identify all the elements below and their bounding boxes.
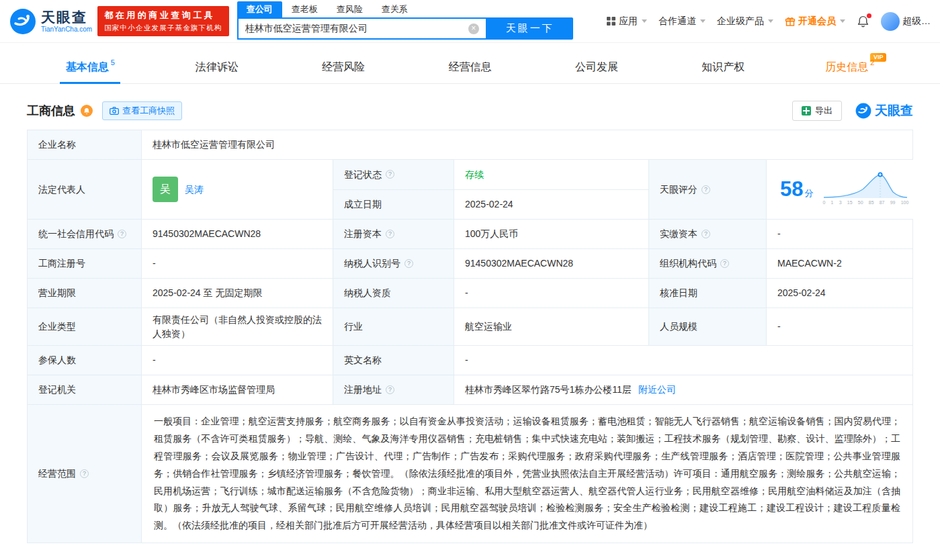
tab-label: 经营风险 xyxy=(322,60,365,75)
nav-apps[interactable]: 应用 xyxy=(606,15,647,28)
field-label: 组织机构代码 xyxy=(660,256,716,270)
axis-label: 87 xyxy=(880,199,885,206)
nav-enterprise[interactable]: 企业级产品 xyxy=(717,15,773,28)
info-icon[interactable]: ? xyxy=(80,469,89,478)
approval-date: 2025-02-24 xyxy=(777,286,826,299)
taxpayer-quality: - xyxy=(465,286,468,299)
table-row: 登记机关 桂林市秀峰区市场监督管理局 注册地址 ? 桂林市秀峰区翠竹路75号1栋… xyxy=(28,375,912,405)
field-label: 注册地址 xyxy=(344,383,382,396)
export-button-label: 导出 xyxy=(815,105,832,117)
field-label: 成立日期 xyxy=(344,197,382,211)
search-button[interactable]: 天眼一下 xyxy=(487,17,573,40)
info-icon[interactable]: ? xyxy=(701,185,710,194)
axis-label: 3 xyxy=(839,199,842,206)
tab-basic-info[interactable]: 基本信息 5 xyxy=(27,51,153,83)
search-tab-boss[interactable]: 查老板 xyxy=(282,1,327,17)
field-label: 参保人数 xyxy=(38,353,76,367)
field-label: 统一社会信用代码 xyxy=(38,227,114,240)
nearby-companies-link[interactable]: 附近公司 xyxy=(638,383,676,396)
info-icon[interactable]: ? xyxy=(701,230,710,238)
tab-label: 公司发展 xyxy=(575,60,618,75)
search-tabs: 查公司 查老板 查风险 查关系 xyxy=(237,1,573,17)
chevron-down-icon xyxy=(840,19,845,23)
legal-rep-link[interactable]: 吴涛 xyxy=(185,183,204,196)
tab-company-development[interactable]: 公司发展 xyxy=(533,51,660,83)
tab-legal-litigation[interactable]: 法律诉讼 xyxy=(153,51,280,83)
english-name: - xyxy=(465,353,468,367)
info-icon[interactable]: ? xyxy=(386,230,394,238)
chevron-down-icon xyxy=(768,19,773,23)
tab-label: 知识产权 xyxy=(701,60,744,75)
table-row: 经营范围 ? 一般项目：企业管理；航空运营支持服务；航空商务服务；以自有资金从事… xyxy=(28,405,912,543)
snapshot-button-label: 查看工商快照 xyxy=(122,105,175,117)
registry-authority: 桂林市秀峰区市场监督管理局 xyxy=(153,383,275,396)
status-subtable: 登记状态 ? 存续 成立日期 2025-02-24 xyxy=(333,160,649,219)
tab-label: 经营信息 xyxy=(448,60,491,75)
logo-brand-text: 天眼查 xyxy=(41,9,92,25)
top-header: 天眼查 TianYanCha.com 都在用的商业查询工具 国家中小企业发展子基… xyxy=(0,0,940,42)
nav-cooperation-label: 合作通道 xyxy=(658,15,696,28)
axis-label: 99 xyxy=(890,199,896,206)
axis-label: 0 xyxy=(822,199,825,206)
search-bar: × 天眼一下 xyxy=(237,17,573,40)
user-name: 超级… xyxy=(902,15,931,28)
nav-membership[interactable]: 开通会员 xyxy=(785,15,845,28)
field-label: 纳税人资质 xyxy=(344,286,391,299)
tab-label: 历史信息 xyxy=(825,60,868,75)
field-label: 天眼评分 xyxy=(660,183,697,196)
tianyancha-logo-icon xyxy=(9,8,36,35)
snapshot-button[interactable]: 查看工商快照 xyxy=(102,101,182,120)
field-label: 登记机关 xyxy=(38,383,76,396)
tab-history-info[interactable]: VIP 历史信息 2 xyxy=(787,51,913,83)
info-icon[interactable]: ? xyxy=(404,259,413,268)
export-button[interactable]: 导出 xyxy=(792,101,842,121)
top-navigation: 应用 合作通道 企业级产品 开通会员 xyxy=(606,12,931,31)
search-tab-risk[interactable]: 查风险 xyxy=(327,1,372,17)
tab-badge: 5 xyxy=(111,58,115,66)
score-chart: 0 1 3 15 50 85 87 99 100 xyxy=(822,172,908,206)
paid-capital: - xyxy=(777,227,781,240)
clear-search-icon[interactable]: × xyxy=(468,24,479,34)
apps-grid-icon xyxy=(606,16,616,26)
tab-operation-info[interactable]: 经营信息 xyxy=(407,51,533,83)
field-label: 企业名称 xyxy=(38,138,76,151)
nav-cooperation[interactable]: 合作通道 xyxy=(658,15,706,28)
subscribe-bell-icon[interactable] xyxy=(81,105,93,117)
promo-line2: 国家中小企业发展子基金旗下机构 xyxy=(104,24,222,33)
camera-icon xyxy=(110,107,119,115)
registered-capital: 100万人民币 xyxy=(465,227,518,240)
axis-label: 1 xyxy=(831,199,834,206)
search-tab-relation[interactable]: 查关系 xyxy=(372,1,417,17)
excel-icon xyxy=(802,106,811,115)
nav-enterprise-label: 企业级产品 xyxy=(717,15,764,28)
legal-rep-avatar[interactable]: 吴 xyxy=(153,177,178,202)
search-area: 查公司 查老板 查风险 查关系 × 天眼一下 xyxy=(237,1,573,40)
tianyancha-logo[interactable]: 天眼查 TianYanCha.com xyxy=(9,8,92,35)
field-label: 企业类型 xyxy=(38,320,76,333)
chevron-down-icon xyxy=(642,19,647,23)
nav-apps-label: 应用 xyxy=(619,15,638,28)
tab-operation-risk[interactable]: 经营风险 xyxy=(280,51,407,83)
promo-banner: 都在用的商业查询工具 国家中小企业发展子基金旗下机构 xyxy=(97,6,229,36)
user-menu[interactable]: 超级… xyxy=(881,12,931,31)
search-tab-company[interactable]: 查公司 xyxy=(237,1,282,17)
business-scope: 一般项目：企业管理；航空运营支持服务；航空商务服务；以自有资金从事投资活动；运输… xyxy=(142,405,912,543)
taxpayer-id: 91450302MAECACWN28 xyxy=(465,256,573,270)
field-label: 英文名称 xyxy=(344,353,382,367)
info-icon[interactable]: ? xyxy=(118,230,126,238)
logo-text: 天眼查 TianYanCha.com xyxy=(41,9,92,32)
field-label: 工商注册号 xyxy=(38,256,85,270)
registration-status: 存续 xyxy=(465,168,484,181)
search-input[interactable] xyxy=(245,24,468,34)
info-icon[interactable]: ? xyxy=(386,170,394,179)
info-icon[interactable]: ? xyxy=(720,259,729,268)
notifications-bell[interactable] xyxy=(857,15,869,28)
company-name: 桂林市低空运营管理有限公司 xyxy=(153,138,275,151)
axis-label: 50 xyxy=(858,199,863,206)
nav-membership-label: 开通会员 xyxy=(798,15,836,28)
logo-domain-text: TianYanCha.com xyxy=(41,26,92,33)
tab-badge: 2 xyxy=(870,58,874,66)
search-input-box: × xyxy=(237,17,487,40)
info-icon[interactable]: ? xyxy=(386,385,394,394)
tab-intellectual-property[interactable]: 知识产权 xyxy=(660,51,786,83)
